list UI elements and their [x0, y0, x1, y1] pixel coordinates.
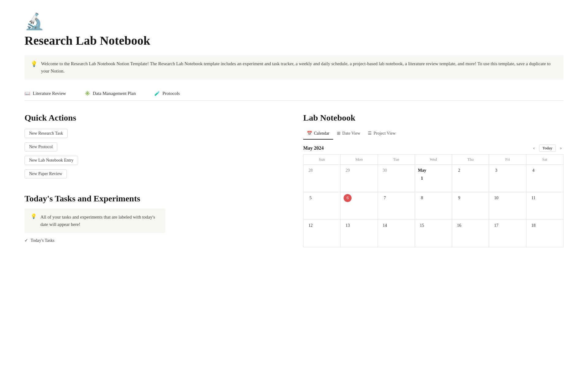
book-icon: 📖 [24, 91, 30, 96]
cal-cell-29[interactable]: 29 [341, 165, 378, 192]
cal-cell-3[interactable]: 3 [489, 165, 526, 192]
todays-tasks-title: Today's Tasks and Experiments [24, 194, 285, 204]
cal-cell-may1[interactable]: May 1 [415, 165, 452, 192]
calendar-week-1: 28 29 30 May 1 2 3 4 [303, 165, 564, 192]
cal-cell-12[interactable]: 12 [303, 220, 341, 247]
right-column: Lab Notebook 📅 Calendar ⊞ Date View ☰ Pr… [303, 113, 564, 247]
day-header-wed: Wed [415, 155, 452, 165]
tab-project-view[interactable]: ☰ Project View [364, 129, 399, 140]
cal-cell-16[interactable]: 16 [452, 220, 489, 247]
new-paper-review-button[interactable]: New Paper Review [24, 169, 67, 178]
day-header-mon: Mon [341, 155, 378, 165]
calendar-grid: Sun Mon Tue Wed Thu Fri Sat 28 29 30 May… [303, 154, 564, 247]
page-icon: 🔬 [24, 12, 564, 31]
calendar-month-year: May 2024 [303, 145, 324, 151]
calendar-nav: May 2024 ‹ Today › [303, 144, 564, 152]
calendar-week-2: 5 6 7 8 9 10 11 [303, 192, 564, 220]
info-box: 💡 Welcome to the Research Lab Notebook N… [24, 55, 564, 80]
main-content: Quick Actions New Research Task New Prot… [24, 113, 564, 247]
left-column: Quick Actions New Research Task New Prot… [24, 113, 285, 247]
nav-data-management[interactable]: ✳️ Data Management Plan [85, 88, 142, 100]
cal-cell-6[interactable]: 6 [341, 192, 378, 220]
cal-cell-30[interactable]: 30 [378, 165, 415, 192]
day-header-thu: Thu [452, 155, 489, 165]
new-protocol-button[interactable]: New Protocol [24, 142, 57, 152]
page-title: Research Lab Notebook [24, 33, 564, 48]
cal-cell-9[interactable]: 9 [452, 192, 489, 220]
day-header-sun: Sun [303, 155, 341, 165]
calendar-tab-icon: 📅 [307, 131, 312, 136]
todays-tasks-label: Today's Tasks [31, 238, 55, 243]
nav-links: 📖 Literature Review ✳️ Data Management P… [24, 88, 564, 101]
tab-date-view[interactable]: ⊞ Date View [333, 129, 364, 140]
cal-cell-14[interactable]: 14 [378, 220, 415, 247]
calendar-tabs: 📅 Calendar ⊞ Date View ☰ Project View [303, 129, 564, 140]
cal-cell-7[interactable]: 7 [378, 192, 415, 220]
cal-cell-17[interactable]: 17 [489, 220, 526, 247]
cal-cell-13[interactable]: 13 [341, 220, 378, 247]
nav-protocols[interactable]: 🧪 Protocols [154, 88, 186, 100]
tab-calendar[interactable]: 📅 Calendar [303, 129, 333, 140]
next-month-button[interactable]: › [558, 145, 564, 152]
quick-actions-list: New Research Task New Protocol New Lab N… [24, 129, 285, 182]
lab-notebook-title: Lab Notebook [303, 113, 564, 123]
today-button[interactable]: Today [539, 144, 556, 152]
todays-tasks-check[interactable]: ✓ Today's Tasks [24, 238, 285, 243]
new-lab-notebook-entry-button[interactable]: New Lab Notebook Entry [24, 156, 78, 165]
tasks-info-icon: 💡 [31, 213, 37, 219]
quick-actions-title: Quick Actions [24, 113, 285, 123]
info-text: Welcome to the Research Lab Notebook Not… [41, 60, 557, 75]
cal-cell-5[interactable]: 5 [303, 192, 341, 220]
calendar-header-row: Sun Mon Tue Wed Thu Fri Sat [303, 155, 564, 165]
cal-cell-11[interactable]: 11 [526, 192, 564, 220]
tasks-info-text: All of your tasks and experiments that a… [40, 213, 159, 228]
nav-literature-review[interactable]: 📖 Literature Review [24, 88, 72, 100]
tasks-info-box: 💡 All of your tasks and experiments that… [24, 208, 165, 233]
calendar-week-3: 12 13 14 15 16 17 18 [303, 220, 564, 247]
cal-cell-28[interactable]: 28 [303, 165, 341, 192]
date-view-icon: ⊞ [337, 131, 341, 136]
cal-cell-8[interactable]: 8 [415, 192, 452, 220]
project-view-icon: ☰ [368, 131, 372, 136]
prev-month-button[interactable]: ‹ [531, 145, 537, 152]
cal-cell-10[interactable]: 10 [489, 192, 526, 220]
cal-cell-15[interactable]: 15 [415, 220, 452, 247]
day-header-sat: Sat [526, 155, 564, 165]
cal-cell-4[interactable]: 4 [526, 165, 564, 192]
day-header-fri: Fri [489, 155, 526, 165]
day-header-tue: Tue [378, 155, 415, 165]
info-icon: 💡 [31, 61, 37, 67]
calendar-nav-right: ‹ Today › [531, 144, 564, 152]
checkmark-icon: ✓ [24, 238, 28, 243]
cal-cell-18[interactable]: 18 [526, 220, 564, 247]
cal-cell-2[interactable]: 2 [452, 165, 489, 192]
new-research-task-button[interactable]: New Research Task [24, 129, 68, 138]
asterisk-icon: ✳️ [85, 91, 90, 96]
flask-icon: 🧪 [154, 91, 160, 96]
